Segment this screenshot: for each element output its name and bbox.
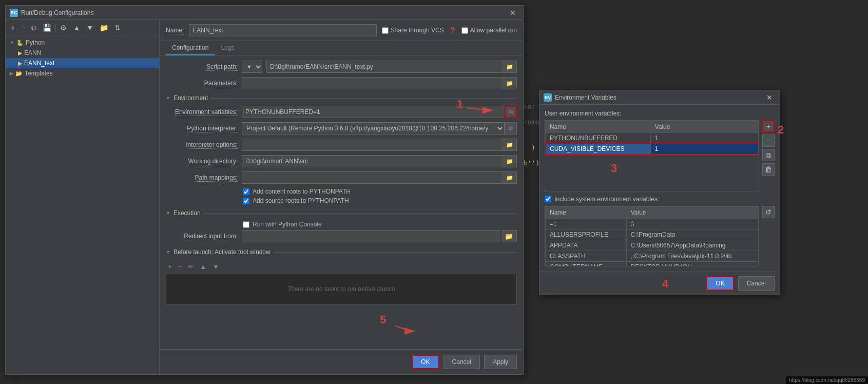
redirect-input[interactable] xyxy=(242,230,499,242)
add-source-roots-checkbox[interactable] xyxy=(243,198,249,204)
env-delete-btn[interactable]: 🗑 xyxy=(762,163,775,176)
add-config-btn[interactable]: + xyxy=(9,23,17,32)
path-mappings-browse[interactable]: 📁 xyxy=(503,171,517,184)
env-cancel-btn[interactable]: Cancel xyxy=(738,276,775,291)
environment-section-header[interactable]: ▼ Environment xyxy=(166,94,517,102)
config-tree: ▼ 🐍 Python ▶ EANN ▶ EANN_text ▶ 📂 Templa… xyxy=(6,35,159,374)
before-launch-section: ▼ Before launch: Activate tool window + … xyxy=(166,248,517,304)
user-var-value-1[interactable] xyxy=(650,144,758,155)
interpreter-options-input[interactable] xyxy=(242,139,503,151)
parameters-input[interactable] xyxy=(242,77,503,89)
copy-config-btn[interactable]: ⧉ xyxy=(29,23,38,32)
user-var-row-0[interactable]: PYTHONUNBUFFERED 1 xyxy=(546,133,759,144)
user-var-name-1[interactable]: CUDA_VISIBLE_DEVICES xyxy=(546,144,651,155)
folder-btn[interactable]: 📁 xyxy=(98,23,110,32)
exec-chevron: ▼ xyxy=(166,210,170,216)
user-env-title: User environment variables: xyxy=(545,110,775,117)
down-btn[interactable]: ▼ xyxy=(84,23,95,32)
main-cancel-btn[interactable]: Cancel xyxy=(443,355,480,369)
add-content-roots-checkbox[interactable] xyxy=(243,188,249,195)
user-env-table: Name Value PYTHONUNBUFFERED 1 CUDA_VISIB… xyxy=(545,121,759,155)
env-remove-btn[interactable]: − xyxy=(762,135,775,147)
tree-eann-text[interactable]: ▶ EANN_text xyxy=(6,58,159,68)
allow-parallel-checkbox[interactable] xyxy=(461,27,468,34)
working-dir-browse[interactable]: 📁 xyxy=(503,155,517,167)
tree-python-group[interactable]: ▼ 🐍 Python xyxy=(6,37,159,48)
main-dialog-icon: RC xyxy=(10,9,18,17)
parameters-browse[interactable]: 📁 xyxy=(503,77,517,89)
tab-logs[interactable]: Logs xyxy=(215,41,240,55)
env-copy-btn[interactable]: ⧉ xyxy=(762,149,775,161)
main-ok-btn[interactable]: OK xyxy=(412,355,439,369)
sys-var-row-2[interactable]: APPDATA C:\Users\50657\AppData\Roaming xyxy=(546,240,759,251)
script-path-dropdown[interactable]: ▼ xyxy=(242,61,262,73)
sys-var-row-0[interactable]: =:: :\ xyxy=(546,218,759,229)
env-vars-label: Environment variables: xyxy=(166,108,238,116)
main-apply-btn[interactable]: Apply xyxy=(484,355,517,369)
sys-env-table: Name Value =:: :\ ALLUSERSPROFILE xyxy=(545,206,759,267)
redirect-label: Redirect input from: xyxy=(166,233,238,240)
remove-config-btn[interactable]: − xyxy=(19,23,27,32)
user-var-row-1[interactable]: CUDA_VISIBLE_DEVICES xyxy=(546,144,759,155)
run-python-console-checkbox[interactable] xyxy=(243,221,249,228)
main-dialog-footer: OK Cancel Apply xyxy=(160,349,523,374)
main-dialog-close[interactable]: ✕ xyxy=(507,8,519,18)
python-group-label: Python xyxy=(26,39,45,46)
env-add-btn[interactable]: + xyxy=(762,120,775,132)
env-copy-btn[interactable]: ⧉ xyxy=(505,106,517,118)
main-dialog: RC Run/Debug Configurations ✕ + − ⧉ 💾 ⚙ … xyxy=(5,5,524,375)
sys-var-row-1[interactable]: ALLUSERSPROFILE C:\ProgramData xyxy=(546,229,759,240)
share-help-icon: ❓ xyxy=(449,27,456,34)
tab-configuration[interactable]: Configuration xyxy=(166,41,215,55)
include-sys-checkbox[interactable] xyxy=(545,196,551,202)
before-launch-add[interactable]: + xyxy=(166,262,174,272)
sys-var-row-3[interactable]: CLASSPATH .;C:\Program Files\Java\jdk-11… xyxy=(546,251,759,261)
script-path-label: Script path: xyxy=(166,63,238,70)
eann-text-label: EANN_text xyxy=(24,60,54,67)
sys-env-section: Include system environment variables: Na… xyxy=(545,196,775,267)
interpreter-options-wrap: 📁 xyxy=(242,139,517,151)
working-dir-input[interactable] xyxy=(242,155,503,167)
share-vcs-label[interactable]: Share through VCS xyxy=(382,27,444,34)
main-dialog-body: + − ⧉ 💾 ⚙ ▲ ▼ 📁 ⇅ ▼ 🐍 Python ▶ xyxy=(6,20,523,374)
env-vars-input[interactable] xyxy=(242,106,517,118)
env-section-chevron: ▼ xyxy=(166,95,170,101)
sys-env-btn-1[interactable]: ↺ xyxy=(762,206,775,218)
settings-config-btn[interactable]: ⚙ xyxy=(58,23,69,32)
add-source-roots-label[interactable]: Add source roots to PYTHONPATH xyxy=(253,197,349,204)
include-sys-label[interactable]: Include system environment variables: xyxy=(554,196,659,203)
interpreter-settings[interactable]: ⚙ xyxy=(505,122,517,135)
allow-parallel-label[interactable]: Allow parallel run xyxy=(461,27,517,34)
sys-var-row-4[interactable]: COMPUTERNAME DESKTOP-VHHB4QH xyxy=(546,261,759,266)
python-interpreter-select[interactable]: Project Default (Remote Python 3.6.8 (sf… xyxy=(242,122,505,135)
header-right: Share through VCS ❓ Allow parallel run xyxy=(382,27,517,34)
python-icon: 🐍 xyxy=(16,40,24,46)
redirect-browse[interactable]: 📁 xyxy=(501,230,517,242)
tree-templates[interactable]: ▶ 📂 Templates xyxy=(6,68,159,79)
execution-section-header[interactable]: ▼ Execution xyxy=(166,209,517,217)
interpreter-options-browse[interactable]: 📁 xyxy=(503,139,517,151)
main-dialog-title: Run/Debug Configurations xyxy=(21,9,93,16)
before-launch-up[interactable]: ▲ xyxy=(198,262,208,272)
env-vars-row: Environment variables: ⧉ xyxy=(166,106,517,118)
working-dir-row: Working directory: 📁 xyxy=(166,155,517,167)
script-path-browse[interactable]: 📁 xyxy=(503,61,517,73)
before-launch-edit[interactable]: ✏ xyxy=(186,262,196,272)
script-path-input[interactable] xyxy=(266,61,503,73)
before-launch-header[interactable]: ▼ Before launch: Activate tool window xyxy=(166,248,517,256)
env-ok-btn[interactable]: OK xyxy=(706,276,734,291)
name-input[interactable] xyxy=(189,24,376,36)
tree-eann[interactable]: ▶ EANN xyxy=(6,48,159,58)
share-vcs-checkbox[interactable] xyxy=(382,27,389,34)
exec-section-line xyxy=(204,213,517,214)
add-content-roots-label[interactable]: Add content roots to PYTHONPATH xyxy=(253,188,351,195)
sort-btn[interactable]: ⇅ xyxy=(112,23,123,32)
save-config-btn[interactable]: 💾 xyxy=(41,23,53,32)
up-btn[interactable]: ▲ xyxy=(71,23,82,32)
path-mappings-input[interactable] xyxy=(242,171,503,184)
user-var-value-input-1[interactable] xyxy=(655,145,754,152)
run-python-console-label[interactable]: Run with Python Console xyxy=(253,221,322,228)
env-dialog-close[interactable]: ✕ xyxy=(763,92,776,103)
before-launch-down[interactable]: ▼ xyxy=(210,262,221,272)
before-launch-remove[interactable]: − xyxy=(176,262,184,272)
